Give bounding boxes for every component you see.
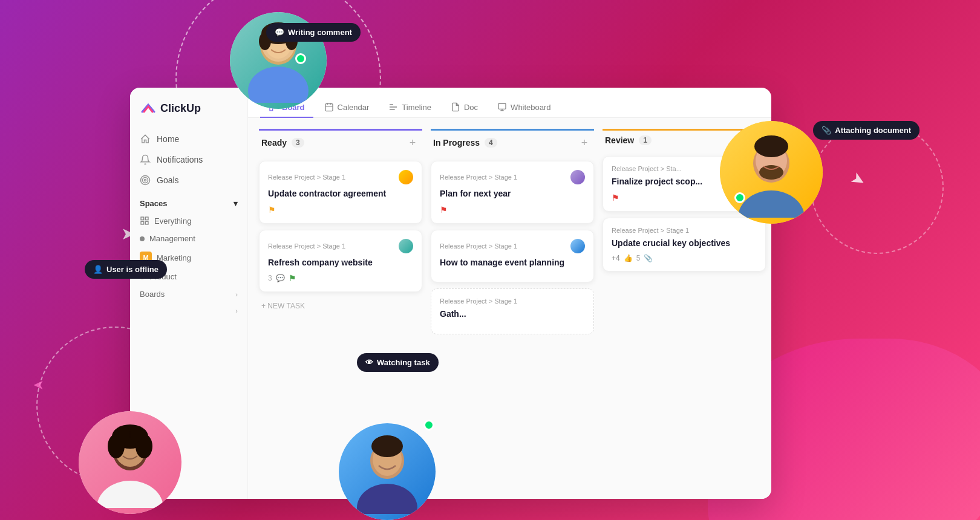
task-t4-title: How to manage event planning xyxy=(440,257,585,269)
column-inprogress-count: 4 xyxy=(485,138,497,148)
offline-icon: 👤 xyxy=(93,265,103,274)
svg-rect-28 xyxy=(145,217,148,220)
tab-timeline[interactable]: Timeline xyxy=(380,97,440,118)
task-t5-project: Release Project > Stage 1 xyxy=(440,297,585,305)
target-icon xyxy=(140,175,151,186)
new-task-btn-ready[interactable]: + NEW TASK xyxy=(259,298,422,314)
calendar-tab-icon xyxy=(324,102,334,112)
task-t7-plus-count: +4 xyxy=(612,254,620,262)
avatar-bottom-center xyxy=(339,423,436,520)
sidebar-item-home[interactable]: Home xyxy=(130,129,247,149)
online-dot-top xyxy=(295,53,306,64)
svg-point-23 xyxy=(759,165,783,180)
sidebar-item-goals[interactable]: Goals xyxy=(130,170,247,190)
tooltip-attaching-document: 📎 Attaching document xyxy=(813,121,920,140)
app-name: ClickUp xyxy=(160,102,201,115)
board-area: Ready 3 + Release Project > Stage 1 Upda… xyxy=(248,118,771,499)
column-ready-header: Ready 3 + xyxy=(259,129,422,155)
column-inprogress-add-btn[interactable]: + xyxy=(577,135,592,150)
avatar-right-image xyxy=(720,121,823,224)
spaces-header: Spaces ▾ xyxy=(130,190,247,212)
home-icon xyxy=(140,134,151,145)
task-t6-flag: ⚑ xyxy=(612,193,619,203)
main-content: Board Calendar Timeline Doc xyxy=(248,88,771,499)
task-t1-avatar xyxy=(399,170,413,184)
task-t3-flag: ⚑ xyxy=(440,205,448,215)
column-inprogress: In Progress 4 + Release Project > Stage … xyxy=(431,129,594,488)
column-review-title: Review xyxy=(605,135,634,145)
task-t2-footer: 3 💬 ⚑ xyxy=(268,273,413,283)
svg-rect-29 xyxy=(141,221,144,224)
task-t3-footer: ⚑ xyxy=(440,205,585,215)
sidebar-item-notifications[interactable]: Notifications xyxy=(130,149,247,170)
sidebar-item-everything[interactable]: Everything xyxy=(130,212,247,230)
svg-point-7 xyxy=(97,481,163,508)
grid-icon xyxy=(140,216,149,226)
task-t2-flag: ⚑ xyxy=(289,273,296,283)
chevron-right-icon: › xyxy=(235,291,238,298)
task-t1-footer: ⚑ xyxy=(268,205,413,215)
task-t3-project: Release Project > Stage 1 xyxy=(440,170,585,184)
timeline-tab-icon xyxy=(388,102,398,112)
column-ready-count: 3 xyxy=(292,138,304,148)
chevron-down-icon: ▾ xyxy=(234,199,238,208)
top-tabs: Board Calendar Timeline Doc xyxy=(248,88,771,118)
avatar-right xyxy=(720,121,823,224)
svg-point-25 xyxy=(143,178,148,183)
svg-rect-27 xyxy=(141,217,144,220)
task-t1-flag: ⚑ xyxy=(268,205,276,215)
online-dot-bottom-center xyxy=(423,420,434,431)
column-ready-title: Ready xyxy=(261,138,287,148)
sidebar-item-extra[interactable]: › xyxy=(130,303,247,319)
svg-rect-40 xyxy=(498,103,506,109)
sidebar-item-boards[interactable]: Boards › xyxy=(130,285,247,303)
doc-tab-icon xyxy=(451,102,460,112)
svg-point-15 xyxy=(357,484,417,514)
task-card-t2[interactable]: Release Project > Stage 1 Refresh compan… xyxy=(259,230,422,293)
task-card-t3[interactable]: Release Project > Stage 1 Plan for next … xyxy=(431,161,594,224)
tab-doc[interactable]: Doc xyxy=(442,97,486,118)
task-card-t7[interactable]: Release Project > Stage 1 Update crucial… xyxy=(603,218,766,272)
task-t1-title: Update contractor agreement xyxy=(268,188,413,200)
task-t7-project: Release Project > Stage 1 xyxy=(612,227,757,234)
tab-whiteboard[interactable]: Whiteboard xyxy=(489,97,559,118)
logo-area: ClickUp xyxy=(130,100,247,129)
clickup-logo-icon xyxy=(140,100,157,117)
paperclip-icon-t7: 📎 xyxy=(644,254,653,262)
task-card-t1[interactable]: Release Project > Stage 1 Update contrac… xyxy=(259,161,422,224)
column-inprogress-header: In Progress 4 + xyxy=(431,129,594,155)
paperclip-icon: 📎 xyxy=(822,126,831,135)
column-review-count: 1 xyxy=(639,135,652,145)
comment-icon: 💬 xyxy=(275,28,284,37)
arrow-down-decoration: ➤ xyxy=(847,167,869,191)
tooltip-watching-task: 👁 Watching task xyxy=(357,353,439,372)
bell-icon xyxy=(140,154,151,165)
task-t4-avatar xyxy=(570,239,585,253)
eye-icon: 👁 xyxy=(365,358,373,367)
task-t1-project: Release Project > Stage 1 xyxy=(268,170,413,184)
management-dot xyxy=(140,236,145,241)
sidebar-item-management[interactable]: Management xyxy=(130,230,247,247)
chevron-right-icon-2: › xyxy=(235,307,238,314)
task-t5-title: Gath... xyxy=(440,308,585,320)
thumbs-icon: 👍 xyxy=(624,254,633,262)
svg-point-18 xyxy=(371,435,403,457)
tab-calendar[interactable]: Calendar xyxy=(316,97,378,118)
task-t3-title: Plan for next year xyxy=(440,188,585,200)
task-t4-project: Release Project > Stage 1 xyxy=(440,239,585,253)
avatar-bottom-left-image xyxy=(79,411,181,514)
svg-point-19 xyxy=(738,190,805,218)
svg-point-22 xyxy=(754,135,788,157)
column-ready-add-btn[interactable]: + xyxy=(405,135,420,150)
tooltip-writing-comment: 💬 Writing comment xyxy=(266,23,361,42)
task-t3-avatar xyxy=(570,170,585,184)
whiteboard-tab-icon xyxy=(497,102,507,112)
app-panel: ClickUp Home Notifications Goals Spaces … xyxy=(130,88,771,499)
svg-rect-33 xyxy=(325,104,333,111)
column-inprogress-title: In Progress xyxy=(433,138,480,148)
svg-rect-30 xyxy=(145,221,148,224)
online-dot-right xyxy=(734,192,745,203)
task-card-t4[interactable]: Release Project > Stage 1 How to manage … xyxy=(431,230,594,283)
task-t2-project: Release Project > Stage 1 xyxy=(268,239,413,253)
arrow-left-decoration: ➤ xyxy=(33,377,44,393)
